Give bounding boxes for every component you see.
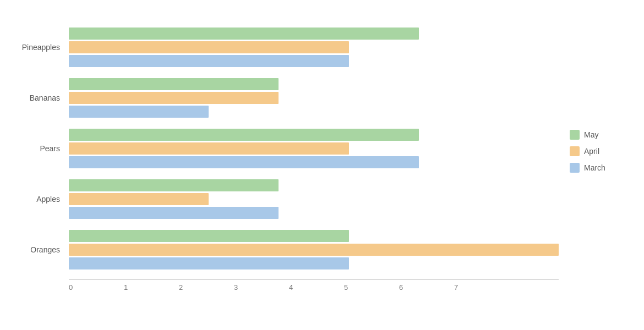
bar-row-april [69,41,559,53]
bars-section: PineapplesBananasPearsApplesOranges [19,22,559,275]
fruit-label: Oranges [19,245,69,254]
legend-label-april: April [584,147,599,156]
x-tick: 1 [124,283,179,292]
bar-row-march [69,106,559,118]
legend: MayAprilMarch [559,130,625,200]
bar-march [69,257,349,270]
bar-row-may [69,28,559,40]
bar-row-march [69,257,559,270]
fruit-group: Pears [19,129,559,168]
fruit-group: Bananas [19,78,559,118]
legend-item-april: April [570,146,625,156]
bar-row-march [69,156,559,168]
bars-wrapper [69,28,559,67]
bar-april [69,193,209,205]
chart-container: PineapplesBananasPearsApplesOranges 0123… [19,11,625,319]
x-tick: 3 [234,283,289,292]
legend-label-may: May [584,130,598,139]
legend-swatch-may [570,130,580,140]
legend-item-may: May [570,130,625,140]
bar-row-march [69,55,559,67]
bars-wrapper [69,129,559,168]
bar-may [69,129,419,141]
bar-april [69,92,279,104]
bar-row-may [69,78,559,90]
bar-april [69,142,349,155]
legend-swatch-march [570,163,580,173]
fruit-label: Pears [19,144,69,153]
bar-april [69,41,349,53]
x-tick: 6 [399,283,454,292]
bar-row-may [69,129,559,141]
bar-row-april [69,142,559,155]
bar-row-march [69,207,559,219]
x-tick: 7 [454,283,458,292]
bar-row-may [69,179,559,191]
bar-may [69,230,349,242]
bar-may [69,78,279,90]
bar-row-april [69,193,559,205]
bar-row-april [69,244,559,256]
bars-wrapper [69,78,559,118]
bar-row-april [69,92,559,104]
x-tick: 2 [179,283,234,292]
bar-march [69,156,419,168]
fruit-group: Apples [19,179,559,219]
legend-label-march: March [584,163,605,172]
bars-wrapper [69,179,559,219]
x-tick: 5 [344,283,399,292]
fruit-label: Pineapples [19,43,69,52]
bar-row-may [69,230,559,242]
bar-may [69,28,419,40]
chart-area: PineapplesBananasPearsApplesOranges 0123… [19,11,559,319]
bar-march [69,55,349,67]
x-tick: 0 [69,283,124,292]
bar-march [69,106,209,118]
fruit-group: Oranges [19,230,559,270]
fruit-label: Bananas [19,94,69,102]
legend-item-march: March [570,163,625,173]
bar-april [69,244,559,256]
legend-swatch-april [570,146,580,156]
fruit-label: Apples [19,195,69,204]
x-tick: 4 [289,283,344,292]
bar-may [69,179,279,191]
fruit-group: Pineapples [19,28,559,67]
bars-wrapper [69,230,559,270]
x-axis: 01234567 [69,279,559,292]
bar-march [69,207,279,219]
